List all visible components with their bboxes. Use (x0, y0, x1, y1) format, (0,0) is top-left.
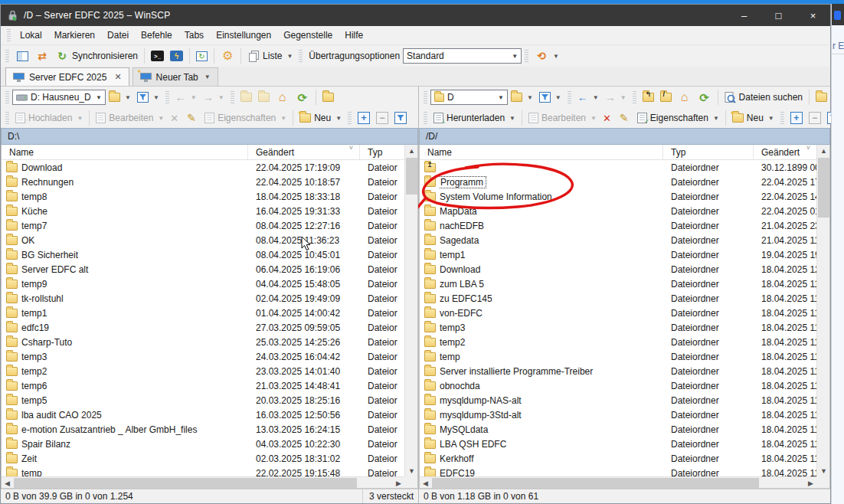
local-new-button[interactable]: ✦ Neu ▼ (296, 111, 345, 125)
local-properties-button[interactable]: Eigenschaften ▼ (201, 111, 290, 125)
file-row[interactable]: e-motion Zusatzantrieb _ Alber GmbH_file… (2, 422, 404, 437)
file-row[interactable]: mysqldump-NAS-alt Dateiordner 18.04.2025… (420, 393, 816, 407)
file-row[interactable]: Spair Bilanz 04.03.2025 10:22:30 Dateior (2, 437, 404, 451)
file-row[interactable]: LBA QSH EDFC Dateiordner 18.04.2025 11: (420, 437, 816, 451)
file-row[interactable]: temp3 Dateiordner 18.04.2025 11: (420, 320, 816, 335)
synchronize-button[interactable]: ↻ Synchronisieren (52, 47, 141, 64)
column-name[interactable]: Name (420, 145, 663, 159)
file-row[interactable]: temp2 23.03.2025 14:01:40 Dateior (2, 364, 404, 378)
remote-new-button[interactable]: ✦ Neu ▼ (729, 111, 777, 125)
scroll-thumb[interactable] (14, 478, 357, 488)
menu-datei[interactable]: Datei (101, 28, 135, 43)
file-row[interactable]: mysqldump-3Std-alt Dateiordner 18.04.202… (420, 407, 816, 422)
file-row[interactable]: tk-rollstuhl 02.04.2025 19:49:09 Dateior (2, 291, 404, 306)
preferences-button[interactable]: ⚙ (218, 47, 237, 64)
file-row[interactable]: temp1 Dateiordner 19.04.2025 19: (420, 247, 816, 262)
local-home-directory-button[interactable]: ⌂ (273, 89, 293, 106)
menu-tabs[interactable]: Tabs (178, 28, 210, 43)
remote-forward-button[interactable]: →▼ (602, 90, 630, 105)
local-refresh-button[interactable]: ⟳ (293, 89, 312, 106)
local-vertical-scrollbar[interactable]: ▲ ▼ (404, 145, 417, 476)
column-modified[interactable]: Geändert˅ (248, 145, 360, 159)
file-row[interactable]: Server installierte Programme-Treiber Da… (420, 364, 816, 378)
local-filter-button[interactable]: ▼ (134, 90, 162, 104)
remote-back-button[interactable]: ←▼ (574, 90, 602, 105)
scroll-up-icon[interactable]: ▲ (817, 145, 830, 156)
menu-einstellungen[interactable]: Einstellungen (210, 28, 277, 43)
file-row[interactable]: Download 22.04.2025 17:19:09 Dateior (2, 160, 404, 175)
file-row[interactable]: temp2 Dateiordner 18.04.2025 11: (420, 335, 816, 349)
column-modified[interactable]: Geändert˅ (754, 145, 816, 159)
local-open-directory-button[interactable]: ▼ (106, 91, 134, 103)
scroll-thumb[interactable] (818, 158, 829, 218)
file-row[interactable]: nachEDFB Dateiordner 21.04.2025 23: (420, 218, 816, 233)
local-forward-button[interactable]: →▼ (200, 90, 227, 105)
open-terminal-button[interactable]: >_ (148, 49, 167, 63)
file-row[interactable]: zum LBA 5 Dateiordner 18.04.2025 11: (420, 277, 816, 291)
refresh-panels-button[interactable]: ↻ (193, 50, 211, 63)
file-row[interactable]: Server EDFC alt 06.04.2025 16:19:06 Date… (2, 262, 404, 277)
download-button[interactable]: ↓ Herunterladen ▼ (430, 111, 519, 125)
scroll-right-icon[interactable]: ▶ (805, 477, 816, 489)
transfer-settings-button[interactable]: ⟲ ▼ (532, 47, 562, 64)
file-row[interactable]: von-EDFC Dateiordner 18.04.2025 11: (420, 306, 816, 320)
column-type[interactable]: Typ (360, 145, 404, 159)
file-row[interactable]: BG Sicherheit 08.04.2025 10:45:01 Dateio… (2, 247, 404, 262)
scroll-thumb[interactable] (432, 478, 759, 488)
remote-remove-filter-button[interactable]: − (806, 110, 824, 126)
remote-root-directory-button[interactable]: / (657, 91, 675, 103)
console-command-button[interactable]: ϟ (167, 49, 186, 63)
remote-filter-button[interactable]: ▼ (536, 90, 564, 104)
remote-open-directory-button[interactable]: ▼ (508, 91, 536, 103)
local-path-bar[interactable]: D:\ (1, 128, 418, 145)
find-files-button[interactable]: Dateien suchen (721, 90, 806, 105)
menu-hilfe[interactable]: Hilfe (339, 28, 369, 43)
file-row[interactable]: Zeit 02.03.2025 18:31:02 Dateior (2, 451, 404, 466)
remote-rename-button[interactable]: ✎ (614, 110, 634, 126)
file-row[interactable]: Kerkhoff Dateiordner 18.04.2025 11: (420, 451, 816, 466)
sync-browsing-button[interactable]: ⇄ (32, 47, 52, 64)
local-remove-filter-button[interactable]: − (373, 110, 391, 126)
remote-edit-button[interactable]: Bearbeiten ▼ (525, 111, 600, 125)
local-horizontal-scrollbar[interactable]: ◀ ▶ (2, 476, 404, 488)
remote-home-directory-button[interactable]: ⌂ (675, 89, 695, 106)
scroll-thumb[interactable] (406, 158, 417, 195)
file-row[interactable]: Rechnungen 22.04.2025 10:18:57 Dateior (2, 175, 404, 189)
file-row[interactable]: temp6 21.03.2025 14:48:41 Dateior (2, 378, 404, 393)
scroll-down-icon[interactable]: ▼ (817, 465, 830, 476)
file-row[interactable]: edfc19 27.03.2025 09:59:05 Dateior (2, 320, 404, 335)
file-row[interactable]: ↥ Dateiordner 30.12.1899 00: (420, 160, 816, 175)
file-row[interactable]: zu EDFC145 Dateiordner 18.04.2025 11: (420, 291, 816, 306)
remote-delete-button[interactable]: ✕ (600, 111, 614, 126)
file-row[interactable]: Sagedata Dateiordner 21.04.2025 11: (420, 233, 816, 247)
file-row[interactable]: temp3 24.03.2025 16:04:42 Dateior (2, 349, 404, 364)
column-type[interactable]: Typ (663, 145, 754, 159)
remote-refresh-button[interactable]: ⟳ (695, 89, 715, 106)
local-rename-button[interactable]: ✎ (182, 110, 201, 126)
remote-horizontal-scrollbar[interactable]: ◀ ▶ (420, 476, 816, 488)
file-row[interactable]: Csharp-Tuto 25.03.2025 14:25:26 Dateior (2, 335, 404, 349)
close-tab-icon[interactable]: ✕ (114, 72, 121, 82)
file-row[interactable]: temp5 20.03.2025 18:25:16 Dateior (2, 393, 404, 407)
file-row[interactable]: MySQLdata Dateiordner 18.04.2025 11: (420, 422, 816, 437)
file-row[interactable]: lba audit CAO 2025 16.03.2025 12:50:56 D… (2, 407, 404, 422)
remote-properties-button[interactable]: ✓ Eigenschaften ▼ (634, 111, 722, 125)
menu-lokal[interactable]: Lokal (14, 28, 48, 43)
minimize-button[interactable]: – (727, 5, 761, 26)
transfer-preset-select[interactable]: Standard ▼ (403, 48, 522, 64)
upload-button[interactable]: ↑ Hochladen ▼ (12, 111, 86, 125)
local-parent-directory-button[interactable] (237, 91, 255, 103)
file-row[interactable]: Programm Dateiordner 22.04.2025 17: (420, 175, 816, 189)
scroll-up-icon[interactable]: ▲ (405, 145, 418, 156)
scroll-down-icon[interactable]: ▼ (405, 465, 418, 476)
tab-server-edfc-2025[interactable]: Server EDFC 2025 ✕ (5, 67, 129, 86)
file-row[interactable]: Küche 16.04.2025 19:31:33 Dateior (2, 204, 404, 218)
remote-drive-select[interactable]: D ▼ (430, 90, 508, 105)
list-view-button[interactable]: Liste ▼ (244, 49, 296, 64)
file-row[interactable]: temp 22.02.2025 19:15:48 Dateior (2, 466, 404, 476)
maximize-button[interactable]: □ (761, 5, 796, 26)
file-row[interactable]: temp1 01.04.2025 14:00:42 Dateior (2, 306, 404, 320)
local-add-filter-button[interactable]: + (355, 110, 373, 126)
remote-parent-directory-button[interactable]: ↰ (640, 91, 657, 103)
menu-befehle[interactable]: Befehle (135, 28, 178, 43)
